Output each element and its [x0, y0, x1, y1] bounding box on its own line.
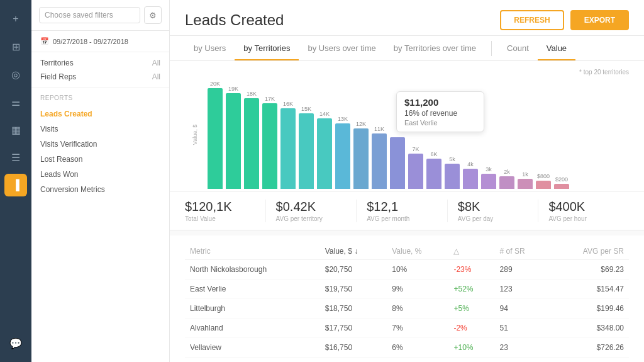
- bar-group: 19K: [226, 86, 241, 189]
- tab-count[interactable]: Count: [498, 36, 538, 60]
- left-panel: Choose saved filters ⚙ 📅 09/27/2018 - 09…: [31, 0, 170, 362]
- bar[interactable]: [372, 133, 387, 189]
- bar[interactable]: [518, 179, 533, 189]
- cell-sr: 123: [495, 280, 550, 299]
- sidebar: + ⊞ ◎ ⚌ ▦ ☰ ▐ 💬: [0, 0, 31, 362]
- bar-group: $200: [554, 176, 569, 189]
- tab-value[interactable]: Value: [538, 36, 575, 60]
- bar[interactable]: [390, 137, 405, 189]
- bar-group: 11K: [372, 126, 387, 189]
- bar[interactable]: [244, 98, 259, 189]
- reports-title: REPORTS: [40, 94, 160, 101]
- territories-filter: Territories All Field Reps All: [31, 52, 169, 88]
- report-visits-verification[interactable]: Visits Verification: [40, 137, 160, 152]
- chart-note: * top 20 territories: [185, 69, 629, 76]
- stat-total-value: $120,1K Total Value: [185, 200, 266, 222]
- territories-value: All: [152, 59, 160, 67]
- bar-group: 13K: [335, 116, 350, 189]
- data-table: Metric Value, $ ↓ Value, % △ # of SR AVG…: [185, 243, 629, 358]
- cell-metric: East Verlie: [185, 280, 320, 299]
- bar-group-tooltip: $11,200 16% of revenue East Verlie: [390, 136, 405, 189]
- tab-by-users-over-time[interactable]: by Users over time: [299, 36, 384, 60]
- stat-label: AVG per month: [367, 215, 437, 222]
- bar[interactable]: [335, 123, 350, 189]
- bar-group: 3k: [481, 166, 496, 189]
- report-conversion-metrics[interactable]: Conversion Metrics: [40, 182, 160, 197]
- report-leads-won[interactable]: Leads Won: [40, 167, 160, 182]
- tab-by-users[interactable]: by Users: [185, 36, 235, 60]
- main-header: Leads Created REFRESH EXPORT: [170, 0, 644, 36]
- stat-value: $120,1K: [185, 200, 255, 214]
- filter-icon[interactable]: ⚌: [4, 91, 27, 113]
- bar[interactable]: [226, 93, 241, 189]
- cell-avg: $726.26: [550, 338, 629, 358]
- tab-by-territories-over-time[interactable]: by Territories over time: [385, 36, 485, 60]
- cell-delta: +5%: [448, 299, 494, 319]
- filter-bar: Choose saved filters ⚙: [31, 0, 169, 31]
- date-range: 📅 09/27/2018 - 09/27/2018: [31, 31, 169, 52]
- bar-group: 5k: [445, 156, 460, 189]
- bar[interactable]: [426, 159, 441, 189]
- bar[interactable]: [481, 174, 496, 189]
- calendar-icon[interactable]: ▦: [4, 118, 27, 141]
- filter-gear-button[interactable]: ⚙: [144, 6, 162, 24]
- bar-group: 6K: [426, 151, 441, 189]
- export-button[interactable]: EXPORT: [570, 10, 629, 30]
- col-value[interactable]: Value, $ ↓: [320, 243, 387, 260]
- grid-icon[interactable]: ⊞: [4, 35, 27, 58]
- table-row: Alvahland $17,750 7% -2% 51 $348.00: [185, 319, 629, 338]
- bar[interactable]: [408, 154, 423, 189]
- cell-metric: Vellaview: [185, 338, 320, 358]
- bar[interactable]: [463, 169, 478, 189]
- report-visits[interactable]: Visits: [40, 122, 160, 137]
- stat-value: $0.42K: [276, 200, 347, 214]
- bar[interactable]: [445, 164, 460, 189]
- col-sr[interactable]: # of SR: [495, 243, 550, 260]
- cell-sr: 94: [495, 299, 550, 319]
- col-metric[interactable]: Metric: [185, 243, 320, 260]
- tooltip-pct: 16% of revenue: [404, 109, 476, 118]
- bar-group: 18K: [244, 91, 259, 189]
- bar[interactable]: [299, 113, 314, 189]
- stat-value: $8K: [458, 200, 528, 214]
- bar[interactable]: [208, 88, 223, 189]
- table-section: Metric Value, $ ↓ Value, % △ # of SR AVG…: [170, 235, 644, 362]
- cell-pct: 9%: [387, 280, 448, 299]
- add-icon[interactable]: +: [4, 8, 27, 30]
- cell-avg: $154.47: [550, 280, 629, 299]
- refresh-button[interactable]: REFRESH: [500, 10, 564, 30]
- report-leads-created[interactable]: Leads Created: [40, 106, 160, 122]
- bar[interactable]: [554, 184, 569, 189]
- stat-label: AVG per territory: [276, 215, 347, 222]
- tab-by-territories[interactable]: by Territories: [235, 36, 299, 60]
- table-row: North Nickolasborough $20,750 10% -23% 2…: [185, 260, 629, 280]
- fieldreps-label: Field Reps: [40, 72, 76, 81]
- bar-group: 20K: [208, 81, 223, 189]
- location-icon[interactable]: ◎: [4, 63, 27, 86]
- table-row: Littelburgh $18,750 8% +5% 94 $199.46: [185, 299, 629, 319]
- col-pct[interactable]: Value, %: [387, 243, 448, 260]
- bar[interactable]: [317, 118, 332, 189]
- chat-icon[interactable]: 💬: [4, 332, 27, 354]
- bar[interactable]: [353, 128, 369, 189]
- bar[interactable]: [499, 176, 514, 189]
- saved-filters-select[interactable]: Choose saved filters: [39, 7, 140, 23]
- chart-container: Value, $ 20K 19K 18K 17K 16K: [185, 78, 629, 191]
- cell-delta: -23%: [448, 260, 494, 280]
- stat-value: $400K: [548, 200, 619, 214]
- cell-pct: 8%: [387, 299, 448, 319]
- document-icon[interactable]: ☰: [4, 146, 27, 169]
- table-row: East Verlie $19,750 9% +52% 123 $154.47: [185, 280, 629, 299]
- bar-group: 2k: [499, 169, 514, 189]
- bar[interactable]: [262, 103, 277, 189]
- col-avg[interactable]: AVG per SR: [550, 243, 629, 260]
- date-range-text: 09/27/2018 - 09/27/2018: [53, 38, 128, 45]
- report-lost-reason[interactable]: Lost Reason: [40, 152, 160, 167]
- bar-group: $800: [536, 173, 551, 189]
- col-delta[interactable]: △: [448, 243, 494, 260]
- stat-label: Total Value: [185, 215, 255, 222]
- bar[interactable]: [536, 181, 551, 189]
- chart-icon[interactable]: ▐: [4, 174, 27, 196]
- stat-label: AVG per hour: [548, 215, 619, 222]
- bar[interactable]: [280, 108, 296, 189]
